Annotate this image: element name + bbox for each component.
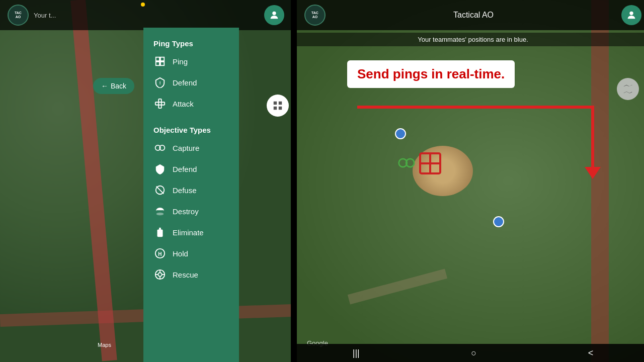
- menu-item-attack-label: Attack: [173, 100, 194, 108]
- menu-item-defend-ping-label: Defend: [173, 78, 197, 87]
- attack-icon: [153, 97, 167, 110]
- left-avatar[interactable]: [264, 5, 284, 25]
- menu-item-defend-obj[interactable]: Defend: [143, 158, 239, 179]
- menu-item-rescue-label: Rescue: [173, 270, 198, 279]
- defuse-icon: [153, 184, 167, 197]
- svg-rect-1: [274, 102, 277, 105]
- left-header-text: Your t...: [34, 12, 264, 19]
- eliminate-icon: [153, 226, 167, 239]
- attack-marker-red: [418, 151, 443, 176]
- svg-point-30: [629, 12, 633, 15]
- menu-item-defend-obj-label: Defend: [173, 165, 197, 173]
- svg-rect-3: [274, 107, 277, 110]
- right-avatar[interactable]: [621, 5, 641, 25]
- menu-divider: [143, 114, 239, 122]
- back-arrow-icon: ←: [101, 82, 108, 90]
- defend-obj-icon: [153, 162, 167, 175]
- menu-item-destroy[interactable]: Destroy: [143, 201, 239, 222]
- teammate-dot-2: [493, 216, 504, 227]
- capture-icon: [153, 141, 167, 154]
- nav-back-button[interactable]: <: [588, 348, 594, 358]
- menu-item-hold-label: Hold: [173, 249, 188, 258]
- teammates-subtitle: Your teammates' positions are in blue.: [297, 33, 644, 46]
- svg-point-19: [156, 213, 164, 216]
- svg-point-25: [158, 273, 162, 276]
- tac-logo-left: TAC AO: [8, 5, 29, 26]
- objective-types-title: Objective Types: [143, 122, 239, 137]
- red-arrow-horizontal: [357, 106, 594, 109]
- rescue-icon: [153, 268, 167, 281]
- road-right: [591, 0, 609, 362]
- menu-item-destroy-label: Destroy: [173, 207, 199, 216]
- menu-item-ping-label: Ping: [173, 57, 188, 66]
- back-button[interactable]: ← Back: [93, 78, 134, 94]
- menu-item-attack[interactable]: Attack: [143, 93, 239, 114]
- svg-rect-4: [279, 107, 282, 110]
- svg-rect-7: [156, 62, 159, 65]
- svg-rect-21: [157, 230, 163, 237]
- svg-rect-5: [156, 57, 159, 61]
- left-phone-panel: TAC AO Your t... ← Back Maps Ping Types: [0, 0, 292, 362]
- center-divider: [291, 0, 296, 362]
- svg-rect-2: [279, 102, 282, 105]
- nav-menu-button[interactable]: |||: [353, 348, 360, 358]
- menu-item-defuse[interactable]: Defuse: [143, 179, 239, 201]
- svg-text:H: H: [158, 251, 162, 257]
- right-phone-panel: TAC AO Tactical AO Your teammates' posit…: [297, 0, 644, 362]
- menu-item-eliminate-label: Eliminate: [173, 228, 204, 237]
- svg-rect-10: [155, 102, 165, 105]
- defend-ping-icon: !: [153, 76, 167, 89]
- send-pings-tooltip: Send pings in real-time.: [347, 60, 515, 88]
- menu-item-ping[interactable]: Ping: [143, 51, 239, 72]
- yellow-indicator-dot: [141, 3, 145, 7]
- left-header: TAC AO Your t...: [0, 0, 292, 30]
- svg-line-15: [156, 187, 164, 194]
- svg-point-0: [272, 12, 276, 15]
- menu-panel: Ping Types Ping ! Defend: [143, 28, 239, 362]
- svg-rect-6: [160, 57, 164, 61]
- objective-marker-green: [397, 156, 416, 173]
- map-icon-button[interactable]: [617, 78, 639, 100]
- tactical-ao-title: Tactical AO: [326, 11, 621, 20]
- apple-maps-label: Maps: [96, 342, 111, 348]
- svg-text:!: !: [159, 81, 161, 85]
- ping-icon: [153, 55, 167, 68]
- menu-item-hold[interactable]: H Hold: [143, 243, 239, 264]
- red-arrow-vertical: [591, 106, 594, 171]
- ping-types-title: Ping Types: [143, 35, 239, 51]
- menu-item-rescue[interactable]: Rescue: [143, 264, 239, 285]
- nav-home-button[interactable]: ○: [471, 348, 476, 358]
- tooltip-text: Send pings in real-time.: [357, 66, 505, 81]
- svg-rect-11: [158, 99, 162, 108]
- teammate-dot-1: [395, 128, 406, 139]
- hold-icon: H: [153, 247, 167, 260]
- red-arrow-head: [585, 167, 601, 179]
- menu-item-defuse-label: Defuse: [173, 186, 197, 195]
- tac-logo-right: TAC AO: [304, 5, 326, 26]
- menu-item-eliminate[interactable]: Eliminate: [143, 222, 239, 243]
- bottom-navigation: ||| ○ <: [297, 344, 644, 362]
- menu-item-defend-ping[interactable]: ! Defend: [143, 72, 239, 93]
- right-header: TAC AO Tactical AO: [297, 0, 644, 30]
- menu-item-capture-label: Capture: [173, 144, 199, 152]
- menu-item-capture[interactable]: Capture: [143, 137, 239, 158]
- ping-map-button[interactable]: [267, 95, 289, 117]
- svg-rect-8: [160, 62, 164, 65]
- destroy-icon: [153, 205, 167, 218]
